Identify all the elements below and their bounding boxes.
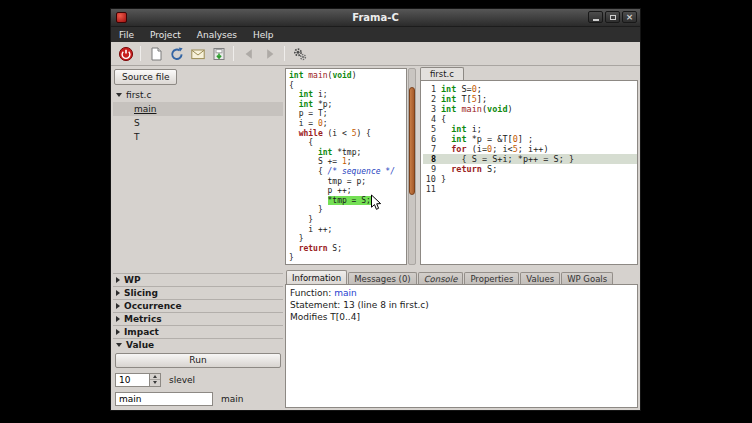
tab-messages-0[interactable]: Messages (0) (348, 272, 416, 284)
new-session-button[interactable] (145, 44, 166, 64)
tree-item-s[interactable]: S (113, 116, 283, 130)
panel-label: Metrics (124, 314, 162, 324)
cil-line-19[interactable]: return S; (289, 244, 406, 254)
panel-impact[interactable]: Impact (113, 325, 283, 338)
cil-line-5[interactable]: p = T; (289, 109, 406, 119)
sidebar: Source file first.c mainST WPSlicingOccu… (113, 67, 283, 408)
tree-item-t[interactable]: T (113, 130, 283, 144)
document-icon (148, 46, 164, 62)
analyses-button[interactable] (289, 44, 310, 64)
cil-line-16[interactable]: } (289, 215, 406, 225)
cil-line-10[interactable]: S += 1; (289, 157, 406, 167)
toolbar-separator (140, 46, 141, 61)
tab-properties[interactable]: Properties (464, 272, 519, 284)
menu-file[interactable]: File (111, 27, 142, 42)
panel-wp[interactable]: WP (113, 273, 283, 286)
app-icon (116, 12, 127, 23)
envelope-icon (190, 46, 206, 62)
scrollbar-thumb[interactable] (409, 87, 415, 195)
tab-wp-goals[interactable]: WP Goals (561, 272, 613, 284)
line-number: 11 (423, 184, 436, 194)
cil-line-12[interactable]: tmp = p; (289, 177, 406, 187)
main-function-field[interactable] (115, 392, 213, 406)
src-line-4[interactable]: 4{ (423, 114, 637, 124)
window-title: Frama-C (111, 12, 640, 23)
expander-icon (116, 277, 120, 283)
tab-console[interactable]: Console (418, 272, 464, 284)
cil-line-8[interactable]: { (289, 138, 406, 148)
panel-label: Occurrence (124, 301, 182, 311)
tree-root-first-c[interactable]: first.c (113, 88, 283, 102)
src-line-6[interactable]: 6 int *p = &T[0] ; (423, 134, 637, 144)
reparse-button[interactable] (166, 44, 187, 64)
source-file-tab[interactable]: first.c (420, 67, 464, 80)
menu-help[interactable]: Help (245, 27, 282, 42)
tab-values[interactable]: Values (520, 272, 560, 284)
src-line-9[interactable]: 9 return S; (423, 164, 637, 174)
slevel-input[interactable] (116, 374, 149, 386)
source-file-button[interactable]: Source file (114, 69, 177, 85)
back-button[interactable] (238, 44, 259, 64)
panel-value[interactable]: Value (113, 338, 283, 351)
cil-line-1[interactable]: int main(void) (289, 71, 406, 81)
cil-line-11[interactable]: { /* sequence */ (289, 167, 406, 177)
forward-button[interactable] (259, 44, 280, 64)
cil-line-3[interactable]: int i; (289, 90, 406, 100)
cil-line-17[interactable]: i ++; (289, 225, 406, 235)
line-number: 1 (423, 84, 436, 94)
cil-line-15[interactable]: } (289, 205, 406, 215)
back-arrow-icon (241, 46, 257, 62)
spin-down-button[interactable] (150, 380, 160, 386)
source-view: first.c 1int S=0;2int T[5];3int main(voi… (420, 67, 638, 265)
src-line-10[interactable]: 10} (423, 174, 637, 184)
cil-line-6[interactable]: i = 0; (289, 119, 406, 129)
function-link[interactable]: main (334, 288, 357, 298)
tree-item-main[interactable]: main (113, 102, 283, 116)
slevel-label: slevel (169, 375, 195, 385)
src-line-7[interactable]: 7 for (i=0; i<5; i++) (423, 144, 637, 154)
save-session-button[interactable] (208, 44, 229, 64)
mouse-cursor (370, 194, 382, 211)
src-line-3[interactable]: 3int main(void) (423, 104, 637, 114)
value-panel-body: Run slevel main (113, 351, 283, 408)
content: Source file first.c mainST WPSlicingOccu… (111, 67, 640, 410)
panel-occurrence[interactable]: Occurrence (113, 299, 283, 312)
slevel-spinbox[interactable] (115, 373, 161, 387)
cil-vertical-scrollbar[interactable] (408, 68, 416, 265)
src-line-11[interactable]: 11 (423, 184, 637, 194)
cil-line-4[interactable]: int *p; (289, 100, 406, 110)
menubar: FileProjectAnalysesHelp (111, 26, 640, 42)
arrow-down-icon (153, 381, 157, 384)
maximize-icon (610, 15, 616, 20)
src-line-2[interactable]: 2int T[5]; (423, 94, 637, 104)
cil-line-14[interactable]: *tmp = S; (289, 196, 406, 206)
run-button[interactable]: Run (115, 353, 281, 368)
cil-line-2[interactable]: { (289, 81, 406, 91)
titlebar[interactable]: Frama-C × (111, 9, 640, 26)
cil-line-9[interactable]: int *tmp; (289, 148, 406, 158)
cil-line-13[interactable]: p ++; (289, 186, 406, 196)
tab-information[interactable]: Information (286, 270, 347, 284)
src-line-1[interactable]: 1int S=0; (423, 84, 637, 94)
expander-icon (116, 290, 120, 296)
src-line-5[interactable]: 5 int i; (423, 124, 637, 134)
panel-slicing[interactable]: Slicing (113, 286, 283, 299)
close-button[interactable]: × (622, 11, 637, 23)
src-line-8[interactable]: 8 { S = S+i; *p++ = S; } (423, 154, 637, 164)
expander-icon (116, 303, 120, 309)
panel-metrics[interactable]: Metrics (113, 312, 283, 325)
cil-line-7[interactable]: while (i < 5) { (289, 129, 406, 139)
load-session-button[interactable] (187, 44, 208, 64)
statement-line: Statement: 13 (line 8 in first.c) (290, 299, 633, 311)
line-number: 4 (423, 114, 436, 124)
expander-icon[interactable] (116, 93, 122, 97)
cil-line-20[interactable]: } (289, 253, 406, 263)
quit-button[interactable] (115, 44, 136, 64)
maximize-button[interactable] (605, 11, 620, 23)
minimize-icon (593, 19, 599, 21)
minimize-button[interactable] (588, 11, 603, 23)
menu-analyses[interactable]: Analyses (189, 27, 245, 42)
menu-project[interactable]: Project (142, 27, 189, 42)
cil-line-18[interactable]: } (289, 234, 406, 244)
panel-label: WP (124, 275, 141, 285)
